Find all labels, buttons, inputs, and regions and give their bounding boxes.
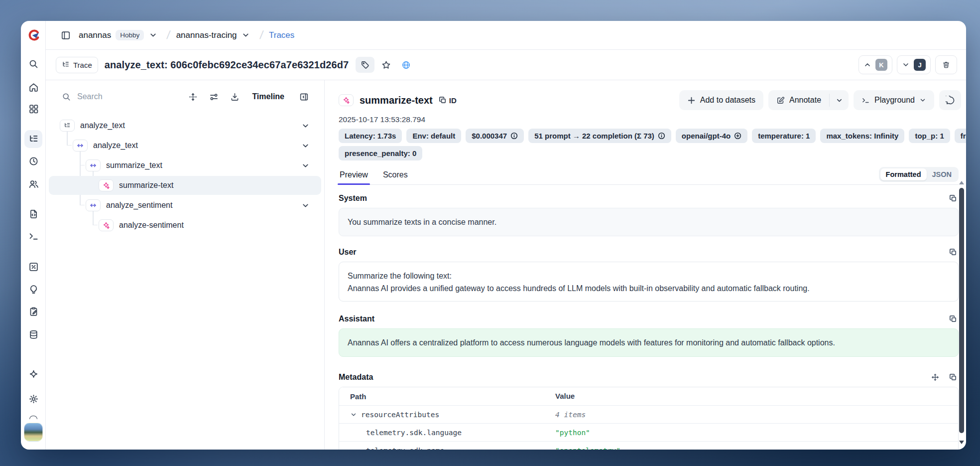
info-icon [510, 132, 518, 140]
scroll-down-arrow[interactable] [959, 441, 964, 444]
metadata-value: "opentelemetry" [555, 447, 620, 450]
copy-assistant-icon[interactable] [948, 313, 959, 324]
temperature-badge: temperature: 1 [752, 129, 816, 143]
copy-metadata-icon[interactable] [948, 372, 959, 383]
prev-trace-button[interactable]: K [858, 55, 892, 74]
copy-system-icon[interactable] [948, 193, 959, 204]
app-window: anannas Hobby / anannas-tracing / Traces… [21, 21, 966, 450]
terminal-icon[interactable] [24, 227, 42, 245]
vertical-scrollbar[interactable] [958, 180, 965, 447]
users-icon[interactable] [24, 175, 42, 193]
chevron-down-icon[interactable] [301, 161, 310, 170]
breadcrumb-org[interactable]: anannas [79, 30, 111, 40]
expand-metadata-icon[interactable] [930, 372, 941, 383]
tab-scores[interactable]: Scores [382, 170, 409, 184]
plus-circle-icon [734, 132, 741, 140]
metadata-row[interactable]: resourceAttributes 4 items [339, 405, 958, 423]
annotate-button[interactable]: Annotate [768, 90, 829, 110]
user-label: User [339, 248, 357, 257]
breadcrumb-project[interactable]: anannas-tracing [176, 30, 237, 40]
chevron-down-icon[interactable] [350, 411, 357, 418]
app-logo-icon[interactable] [27, 28, 40, 42]
copy-id-button[interactable]: ID [439, 96, 457, 105]
trace-tree-panel: Timeline [46, 80, 325, 450]
user-avatar[interactable] [24, 423, 43, 442]
chevron-down-icon[interactable] [301, 122, 310, 130]
tree-node-trace[interactable]: analyze_text [46, 116, 324, 136]
metadata-row[interactable]: telemetry.sdk.name "opentelemetry" [339, 441, 958, 450]
tree-search-input[interactable] [77, 92, 137, 101]
generation-icon [339, 94, 354, 106]
org-chevron-down-icon[interactable] [145, 27, 161, 43]
format-formatted-option[interactable]: Formatted [880, 168, 927, 180]
datasets-database-icon[interactable] [24, 325, 42, 343]
metadata-label: Metadata [339, 373, 373, 382]
prompts-file-icon[interactable] [24, 205, 42, 223]
copy-user-icon[interactable] [948, 247, 959, 258]
expand-collapse-all-icon[interactable] [184, 88, 201, 105]
metadata-row[interactable]: telemetry.sdk.language "python" [339, 423, 958, 441]
tab-preview[interactable]: Preview [339, 170, 369, 184]
model-badge[interactable]: openai/gpt-4o [676, 129, 747, 143]
upgrade-sparkle-icon[interactable] [24, 365, 42, 383]
home-icon[interactable] [24, 78, 42, 96]
terminal-icon [861, 96, 870, 105]
assistant-message-text: Anannas AI offers a centralized platform… [348, 338, 835, 347]
tree-node-span[interactable]: analyze_sentiment [46, 195, 324, 215]
format-toggle: Formatted JSON [879, 167, 959, 182]
trace-header-row: Trace analyze_text: 606c0febc692ce34ec67… [46, 50, 966, 80]
sidebar-toggle-icon[interactable] [58, 27, 74, 43]
star-bookmark-icon[interactable] [377, 57, 394, 73]
tag-icon[interactable] [356, 57, 374, 73]
project-chevron-down-icon[interactable] [238, 27, 254, 43]
trace-badge-label: Trace [73, 61, 92, 69]
tokens-badge[interactable]: 51 prompt → 22 completion (Σ 73) [528, 129, 671, 143]
metadata-table: Path Value resourceAttributes 4 items te… [339, 387, 959, 450]
next-trace-button[interactable]: J [897, 55, 931, 74]
lightbulb-icon[interactable] [24, 280, 42, 298]
observation-header: summarize-text ID Add to datasets [339, 89, 966, 111]
left-rail [21, 21, 46, 450]
annotate-chevron-down-icon[interactable] [830, 90, 849, 110]
metadata-path: telemetry.sdk.language [366, 429, 462, 437]
timeline-toggle[interactable]: Timeline [252, 92, 284, 101]
delete-trash-icon[interactable] [935, 55, 957, 74]
playground-chevron-down-icon [919, 97, 926, 104]
tree-node-span[interactable]: summarize_text [46, 155, 324, 175]
tree-node-generation[interactable]: analyze-sentiment [46, 215, 324, 235]
user-message-line2: Anannas AI provides a unified gateway to… [348, 282, 950, 295]
tree-node-label: analyze_sentiment [106, 201, 172, 210]
chevron-down-icon[interactable] [301, 142, 310, 150]
add-to-datasets-button[interactable]: Add to datasets [679, 90, 763, 110]
format-json-option[interactable]: JSON [927, 168, 958, 180]
evals-percent-icon[interactable] [24, 258, 42, 276]
view-settings-sliders-icon[interactable] [205, 88, 222, 105]
collapse-panel-icon[interactable] [295, 88, 312, 105]
chevron-down-icon[interactable] [301, 201, 310, 210]
globe-public-icon[interactable] [397, 57, 414, 73]
tree-node-label: summarize_text [106, 161, 162, 170]
settings-gear-icon[interactable] [24, 390, 42, 408]
sessions-clock-icon[interactable] [24, 152, 42, 170]
assistant-section-header: Assistant [339, 313, 959, 324]
cost-badge[interactable]: $0.000347 [466, 129, 524, 143]
tree-node-generation-selected[interactable]: summarize-text [46, 175, 324, 195]
tracing-icon[interactable] [24, 130, 42, 148]
scrollbar-thumb[interactable] [959, 188, 964, 433]
observation-badges-row: Latency: 1.73s Env: default $0.000347 51… [339, 129, 966, 143]
metadata-header-row: Path Value [339, 387, 958, 405]
breadcrumb-traces-link[interactable]: Traces [269, 30, 294, 40]
download-icon[interactable] [226, 88, 243, 105]
tree-node-span[interactable]: analyze_text [46, 136, 324, 155]
generation-node-icon [99, 179, 114, 191]
scroll-up-arrow[interactable] [959, 181, 964, 184]
trace-node-icon [60, 120, 75, 132]
search-icon[interactable] [24, 55, 42, 73]
annotation-clipboard-icon[interactable] [24, 303, 42, 320]
span-node-icon [86, 199, 101, 211]
dashboards-icon[interactable] [24, 100, 42, 118]
user-section-header: User [339, 247, 959, 258]
user-message-line1: Summarize the following text: [348, 270, 950, 282]
playground-button[interactable]: Playground [854, 90, 934, 110]
comments-icon[interactable] [939, 90, 961, 110]
